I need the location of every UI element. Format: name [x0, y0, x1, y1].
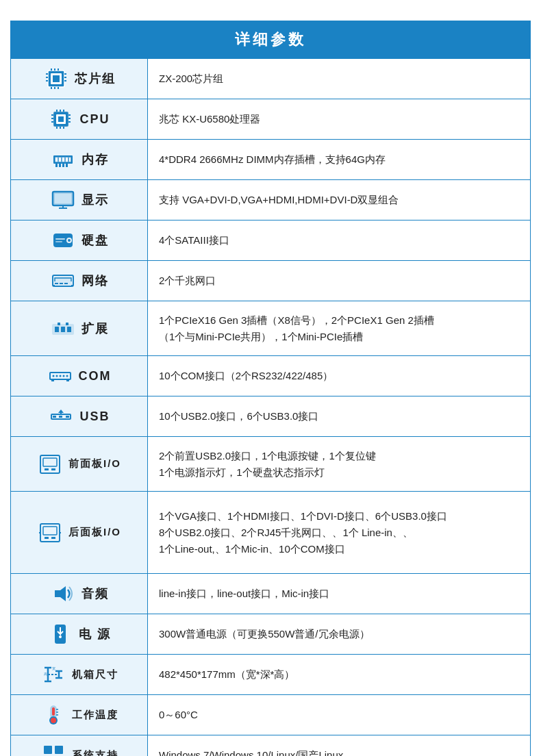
row-os: 系统支持 Windows 7/Windows 10/Linux/国产Linux	[11, 735, 530, 756]
value-power: 300W普通电源（可更换550W普通/冗余电源）	[148, 614, 530, 654]
label-memory: 内存	[11, 140, 148, 179]
svg-rect-80	[45, 468, 49, 470]
svg-rect-51	[55, 241, 62, 242]
label-network-text: 网络	[81, 273, 109, 289]
label-front-io-text: 前面板I/O	[68, 457, 121, 470]
svg-rect-76	[66, 416, 69, 418]
svg-rect-101	[52, 707, 55, 716]
row-memory: 内存 4*DDR4 2666MHz DIMM内存插槽，支持64G内存	[11, 139, 530, 179]
row-power: 电 源 300W普通电源（可更换550W普通/冗余电源）	[11, 614, 530, 654]
svg-rect-64	[66, 323, 68, 325]
label-display: 显示	[11, 180, 148, 220]
value-usb: 10个USB2.0接口，6个USB3.0接口	[148, 396, 530, 436]
svg-rect-62	[67, 327, 71, 332]
label-audio-text: 音频	[81, 585, 109, 602]
svg-point-69	[62, 375, 64, 377]
row-front-io: 前面板I/O 2个前置USB2.0接口，1个电源按键，1个复位键1个电源指示灯，…	[11, 436, 530, 491]
svg-point-103	[51, 718, 56, 723]
label-front-io: 前面板I/O	[11, 437, 148, 491]
row-display: 显示 支持 VGA+DVI-D,VGA+HDMI,HDMI+DVI-D双显组合	[11, 179, 530, 220]
row-audio: 音频 line-in接口，line-out接口，Mic-in接口	[11, 573, 530, 614]
svg-rect-79	[43, 458, 57, 466]
svg-rect-83	[43, 527, 57, 535]
label-os: 系统支持	[11, 735, 148, 756]
memory-icon	[50, 147, 76, 173]
svg-rect-54	[55, 283, 58, 284]
value-audio: line-in接口，line-out接口，Mic-in接口	[148, 574, 530, 614]
svg-text:宽: 宽	[51, 666, 55, 670]
value-memory: 4*DDR4 2666MHz DIMM内存插槽，支持64G内存	[148, 140, 530, 179]
svg-point-49	[68, 239, 71, 242]
svg-rect-39	[62, 164, 64, 167]
com-icon	[47, 363, 73, 389]
label-power: 电 源	[11, 614, 148, 654]
label-chipset-text: 芯片组	[75, 71, 116, 87]
label-audio: 音频	[11, 574, 148, 614]
svg-rect-17	[58, 116, 64, 122]
label-network: 网络	[11, 261, 148, 301]
rear-io-icon	[37, 520, 63, 546]
label-power-text: 电 源	[79, 626, 111, 642]
power-icon	[47, 621, 73, 647]
label-display-text: 显示	[81, 192, 109, 208]
svg-rect-81	[51, 468, 55, 470]
row-com: COM 10个COM接口（2个RS232/422/485）	[11, 355, 530, 396]
svg-point-90	[59, 635, 62, 638]
svg-rect-42	[54, 193, 72, 204]
value-hdd: 4个SATAIII接口	[148, 220, 530, 260]
svg-rect-56	[64, 283, 68, 284]
os-icon	[40, 742, 66, 756]
svg-rect-108	[55, 746, 63, 754]
value-cpu: 兆芯 KX-U6580处理器	[148, 99, 530, 139]
label-usb: USB	[11, 396, 148, 436]
svg-rect-84	[45, 537, 49, 539]
cpu-icon	[48, 106, 74, 132]
svg-text:高: 高	[43, 672, 47, 676]
label-rear-io-text: 后面板I/O	[68, 526, 121, 539]
svg-rect-38	[59, 164, 61, 167]
svg-rect-60	[55, 327, 59, 332]
label-temperature-text: 工作温度	[72, 709, 118, 722]
spec-table: 详细参数	[10, 21, 531, 756]
row-chassis: 宽 高 机箱尺寸 482*450*177mm（宽*深*高）	[11, 654, 530, 694]
chipset-icon	[43, 66, 69, 92]
label-usb-text: USB	[79, 410, 110, 424]
svg-marker-88	[55, 586, 66, 601]
row-temperature: 工作温度 0～60°C	[11, 694, 530, 735]
svg-rect-40	[66, 164, 68, 167]
table-header: 详细参数	[11, 21, 530, 58]
label-hdd: 硬盘	[11, 220, 148, 260]
svg-rect-50	[55, 238, 65, 240]
display-icon	[50, 187, 76, 213]
audio-icon	[50, 581, 76, 607]
svg-rect-32	[55, 158, 58, 162]
svg-rect-75	[59, 416, 62, 418]
hdd-icon	[50, 227, 76, 253]
label-expansion: 扩展	[11, 301, 148, 355]
label-chassis-text: 机箱尺寸	[72, 668, 118, 681]
svg-rect-36	[69, 158, 71, 162]
svg-rect-37	[55, 164, 58, 167]
label-expansion-text: 扩展	[81, 320, 109, 337]
row-cpu: CPU 兆芯 KX-U6580处理器	[11, 99, 530, 139]
svg-rect-61	[61, 327, 65, 332]
label-hdd-text: 硬盘	[81, 232, 109, 249]
label-com-text: COM	[79, 369, 112, 383]
expansion-icon	[50, 316, 76, 342]
label-com: COM	[11, 356, 148, 396]
row-expansion: 扩展 1个PCIeX16 Gen 3插槽（X8信号），2个PCIeX1 Gen …	[11, 301, 530, 355]
value-temperature: 0～60°C	[148, 695, 530, 735]
svg-point-68	[59, 375, 61, 377]
svg-rect-107	[44, 746, 52, 754]
value-front-io: 2个前置USB2.0接口，1个电源按键，1个复位键1个电源指示灯，1个硬盘状态指…	[148, 437, 530, 491]
row-chipset: 芯片组 ZX-200芯片组	[11, 58, 530, 99]
value-com: 10个COM接口（2个RS232/422/485）	[148, 356, 530, 396]
svg-rect-71	[51, 379, 54, 381]
label-os-text: 系统支持	[72, 749, 118, 757]
row-hdd: 硬盘 4个SATAIII接口	[11, 220, 530, 260]
label-cpu-text: CPU	[79, 112, 110, 127]
svg-rect-74	[53, 416, 56, 418]
usb-icon	[48, 403, 74, 429]
temperature-icon	[40, 702, 66, 728]
value-expansion: 1个PCIeX16 Gen 3插槽（X8信号），2个PCIeX1 Gen 2插槽…	[148, 301, 530, 355]
